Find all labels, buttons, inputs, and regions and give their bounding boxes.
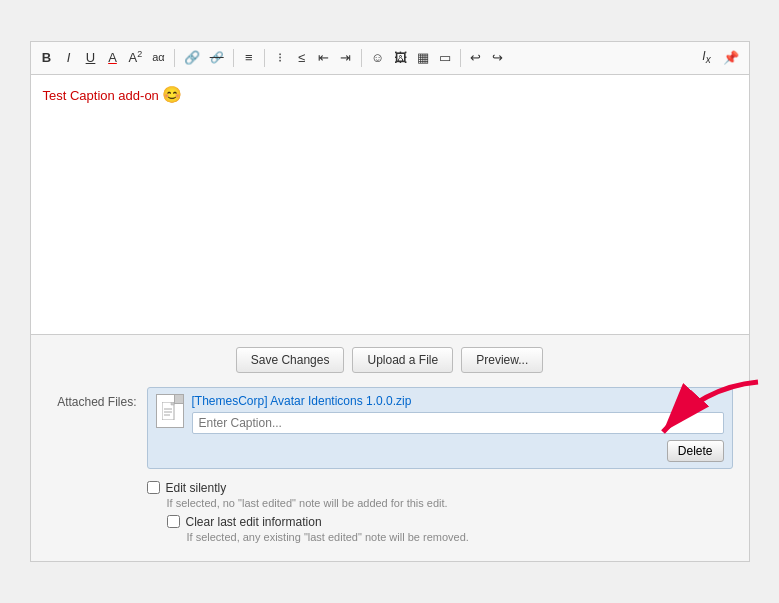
edit-silently-checkbox[interactable] [147,481,160,494]
clear-edit-desc: If selected, any existing "last edited" … [187,531,733,543]
font-color-button[interactable]: A [103,47,123,69]
unlink-button[interactable]: 🔗 [206,48,228,67]
table-button[interactable]: ▦ [413,47,433,69]
save-changes-button[interactable]: Save Changes [236,347,345,373]
underline-button[interactable]: U [81,47,101,69]
editor-emoji: 😊 [162,85,182,104]
separator-4 [361,49,362,67]
separator-3 [264,49,265,67]
editor-text: Test Caption add-on [43,88,159,103]
file-item: [ThemesCorp] Avatar Identicons 1.0.0.zip [156,394,724,434]
clear-edit-row: Clear last edit information [167,515,733,529]
italic-button[interactable]: I [59,47,79,69]
indent-button[interactable]: ⇥ [336,47,356,69]
file-box: [ThemesCorp] Avatar Identicons 1.0.0.zip… [147,387,733,469]
edit-silently-desc: If selected, no "last edited" note will … [167,497,733,509]
separator-2 [233,49,234,67]
separator-5 [460,49,461,67]
clear-edit-label[interactable]: Clear last edit information [186,515,322,529]
separator-1 [174,49,175,67]
list-unordered-button[interactable]: ⁝ [270,47,290,69]
media-button[interactable]: ▭ [435,47,455,69]
upload-file-button[interactable]: Upload a File [352,347,453,373]
delete-button[interactable]: Delete [667,440,724,462]
font-size-button[interactable]: A2 [125,46,147,70]
file-name[interactable]: [ThemesCorp] Avatar Identicons 1.0.0.zip [192,394,724,408]
outdent-button[interactable]: ⇤ [314,47,334,69]
attached-files-label: Attached Files: [47,387,137,409]
link-button[interactable]: 🔗 [180,47,204,69]
toolbar: B I U A A2 aα 🔗 🔗 ≡ ⁝ ≤ ⇤ ⇥ ☺ 🖼 ▦ ▭ ↩ ↪ … [31,42,749,75]
file-icon [156,394,184,428]
bottom-area: Save Changes Upload a File Preview... At… [31,335,749,561]
attached-files-row: Attached Files: [47,387,733,469]
undo-button[interactable]: ↩ [466,47,486,69]
source-button[interactable]: 📌 [719,47,743,69]
file-details: [ThemesCorp] Avatar Identicons 1.0.0.zip [192,394,724,434]
font-small-button[interactable]: aα [148,48,168,67]
caption-input[interactable] [192,412,724,434]
bold-button[interactable]: B [37,47,57,69]
preview-button[interactable]: Preview... [461,347,543,373]
clear-format-button[interactable]: Ix [697,46,717,69]
edit-silently-row: Edit silently [147,481,733,495]
delete-row: Delete [156,440,724,462]
options-area: Edit silently If selected, no "last edit… [47,481,733,543]
editor-content: Test Caption add-on 😊 [43,85,737,104]
edit-silently-label[interactable]: Edit silently [166,481,227,495]
redo-button[interactable]: ↪ [488,47,508,69]
action-buttons: Save Changes Upload a File Preview... [47,347,733,373]
emoji-button[interactable]: ☺ [367,47,388,69]
image-button[interactable]: 🖼 [390,47,411,69]
clear-edit-checkbox[interactable] [167,515,180,528]
editor-container: B I U A A2 aα 🔗 🔗 ≡ ⁝ ≤ ⇤ ⇥ ☺ 🖼 ▦ ▭ ↩ ↪ … [30,41,750,562]
align-button[interactable]: ≡ [239,47,259,69]
list-ordered-button[interactable]: ≤ [292,47,312,69]
edit-area[interactable]: Test Caption add-on 😊 [31,75,749,335]
